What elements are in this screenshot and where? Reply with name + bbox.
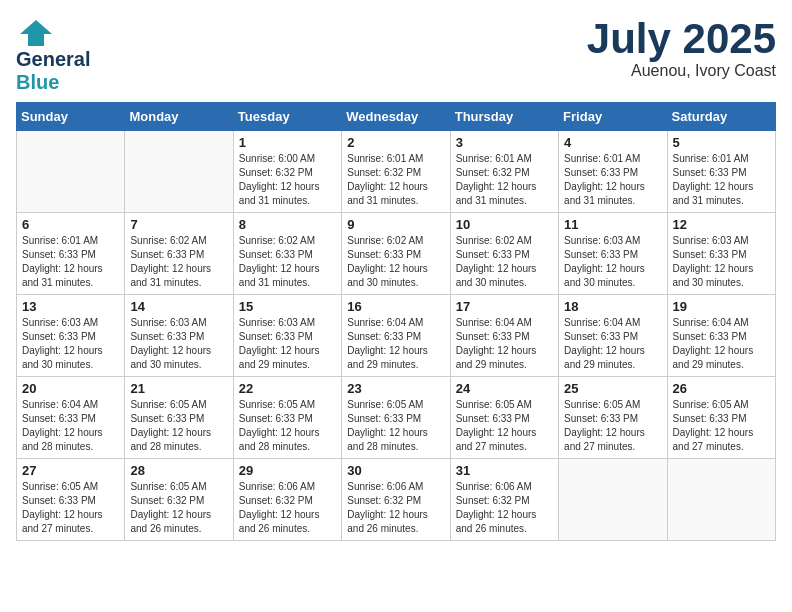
day-number: 3	[456, 135, 553, 150]
day-number: 14	[130, 299, 227, 314]
day-number: 22	[239, 381, 336, 396]
calendar-cell: 28Sunrise: 6:05 AM Sunset: 6:32 PM Dayli…	[125, 459, 233, 541]
calendar-table: SundayMondayTuesdayWednesdayThursdayFrid…	[16, 102, 776, 541]
day-number: 2	[347, 135, 444, 150]
calendar-cell: 27Sunrise: 6:05 AM Sunset: 6:33 PM Dayli…	[17, 459, 125, 541]
day-number: 8	[239, 217, 336, 232]
day-info: Sunrise: 6:06 AM Sunset: 6:32 PM Dayligh…	[239, 480, 336, 536]
day-number: 4	[564, 135, 661, 150]
day-info: Sunrise: 6:04 AM Sunset: 6:33 PM Dayligh…	[456, 316, 553, 372]
day-number: 29	[239, 463, 336, 478]
day-info: Sunrise: 6:03 AM Sunset: 6:33 PM Dayligh…	[130, 316, 227, 372]
calendar-cell: 11Sunrise: 6:03 AM Sunset: 6:33 PM Dayli…	[559, 213, 667, 295]
weekday-header-sunday: Sunday	[17, 103, 125, 131]
calendar-cell: 18Sunrise: 6:04 AM Sunset: 6:33 PM Dayli…	[559, 295, 667, 377]
logo-general: General	[16, 48, 90, 71]
calendar-cell: 13Sunrise: 6:03 AM Sunset: 6:33 PM Dayli…	[17, 295, 125, 377]
calendar-cell	[125, 131, 233, 213]
day-number: 17	[456, 299, 553, 314]
weekday-header-tuesday: Tuesday	[233, 103, 341, 131]
day-number: 15	[239, 299, 336, 314]
day-info: Sunrise: 6:05 AM Sunset: 6:33 PM Dayligh…	[130, 398, 227, 454]
day-number: 30	[347, 463, 444, 478]
calendar-cell: 5Sunrise: 6:01 AM Sunset: 6:33 PM Daylig…	[667, 131, 775, 213]
day-number: 20	[22, 381, 119, 396]
day-info: Sunrise: 6:05 AM Sunset: 6:32 PM Dayligh…	[130, 480, 227, 536]
day-info: Sunrise: 6:06 AM Sunset: 6:32 PM Dayligh…	[347, 480, 444, 536]
calendar-cell: 25Sunrise: 6:05 AM Sunset: 6:33 PM Dayli…	[559, 377, 667, 459]
day-info: Sunrise: 6:02 AM Sunset: 6:33 PM Dayligh…	[347, 234, 444, 290]
day-info: Sunrise: 6:02 AM Sunset: 6:33 PM Dayligh…	[239, 234, 336, 290]
calendar-cell: 4Sunrise: 6:01 AM Sunset: 6:33 PM Daylig…	[559, 131, 667, 213]
calendar-cell: 2Sunrise: 6:01 AM Sunset: 6:32 PM Daylig…	[342, 131, 450, 213]
day-info: Sunrise: 6:05 AM Sunset: 6:33 PM Dayligh…	[347, 398, 444, 454]
day-number: 19	[673, 299, 770, 314]
day-info: Sunrise: 6:01 AM Sunset: 6:33 PM Dayligh…	[564, 152, 661, 208]
day-number: 24	[456, 381, 553, 396]
day-info: Sunrise: 6:01 AM Sunset: 6:33 PM Dayligh…	[673, 152, 770, 208]
weekday-header-friday: Friday	[559, 103, 667, 131]
day-number: 11	[564, 217, 661, 232]
calendar-cell: 6Sunrise: 6:01 AM Sunset: 6:33 PM Daylig…	[17, 213, 125, 295]
day-number: 31	[456, 463, 553, 478]
day-number: 6	[22, 217, 119, 232]
calendar-cell: 26Sunrise: 6:05 AM Sunset: 6:33 PM Dayli…	[667, 377, 775, 459]
day-info: Sunrise: 6:05 AM Sunset: 6:33 PM Dayligh…	[564, 398, 661, 454]
day-number: 13	[22, 299, 119, 314]
weekday-header-saturday: Saturday	[667, 103, 775, 131]
calendar-cell: 21Sunrise: 6:05 AM Sunset: 6:33 PM Dayli…	[125, 377, 233, 459]
day-number: 26	[673, 381, 770, 396]
calendar-cell: 20Sunrise: 6:04 AM Sunset: 6:33 PM Dayli…	[17, 377, 125, 459]
weekday-header-wednesday: Wednesday	[342, 103, 450, 131]
week-row-5: 27Sunrise: 6:05 AM Sunset: 6:33 PM Dayli…	[17, 459, 776, 541]
day-info: Sunrise: 6:00 AM Sunset: 6:32 PM Dayligh…	[239, 152, 336, 208]
calendar-cell: 19Sunrise: 6:04 AM Sunset: 6:33 PM Dayli…	[667, 295, 775, 377]
day-number: 10	[456, 217, 553, 232]
day-number: 5	[673, 135, 770, 150]
day-info: Sunrise: 6:03 AM Sunset: 6:33 PM Dayligh…	[564, 234, 661, 290]
day-number: 21	[130, 381, 227, 396]
logo: General Blue	[16, 16, 90, 94]
week-row-1: 1Sunrise: 6:00 AM Sunset: 6:32 PM Daylig…	[17, 131, 776, 213]
day-info: Sunrise: 6:02 AM Sunset: 6:33 PM Dayligh…	[456, 234, 553, 290]
calendar-cell: 10Sunrise: 6:02 AM Sunset: 6:33 PM Dayli…	[450, 213, 558, 295]
page-header: General Blue July 2025 Auenou, Ivory Coa…	[16, 16, 776, 94]
day-info: Sunrise: 6:02 AM Sunset: 6:33 PM Dayligh…	[130, 234, 227, 290]
calendar-cell: 23Sunrise: 6:05 AM Sunset: 6:33 PM Dayli…	[342, 377, 450, 459]
title-block: July 2025 Auenou, Ivory Coast	[587, 16, 776, 80]
calendar-cell: 15Sunrise: 6:03 AM Sunset: 6:33 PM Dayli…	[233, 295, 341, 377]
week-row-3: 13Sunrise: 6:03 AM Sunset: 6:33 PM Dayli…	[17, 295, 776, 377]
calendar-cell	[667, 459, 775, 541]
day-info: Sunrise: 6:04 AM Sunset: 6:33 PM Dayligh…	[347, 316, 444, 372]
location: Auenou, Ivory Coast	[587, 62, 776, 80]
day-info: Sunrise: 6:01 AM Sunset: 6:33 PM Dayligh…	[22, 234, 119, 290]
day-number: 12	[673, 217, 770, 232]
day-number: 16	[347, 299, 444, 314]
day-number: 23	[347, 381, 444, 396]
day-info: Sunrise: 6:05 AM Sunset: 6:33 PM Dayligh…	[673, 398, 770, 454]
week-row-4: 20Sunrise: 6:04 AM Sunset: 6:33 PM Dayli…	[17, 377, 776, 459]
calendar-cell: 8Sunrise: 6:02 AM Sunset: 6:33 PM Daylig…	[233, 213, 341, 295]
day-number: 28	[130, 463, 227, 478]
day-info: Sunrise: 6:01 AM Sunset: 6:32 PM Dayligh…	[347, 152, 444, 208]
calendar-cell: 3Sunrise: 6:01 AM Sunset: 6:32 PM Daylig…	[450, 131, 558, 213]
week-row-2: 6Sunrise: 6:01 AM Sunset: 6:33 PM Daylig…	[17, 213, 776, 295]
calendar-cell: 22Sunrise: 6:05 AM Sunset: 6:33 PM Dayli…	[233, 377, 341, 459]
month-title: July 2025	[587, 16, 776, 62]
day-info: Sunrise: 6:05 AM Sunset: 6:33 PM Dayligh…	[22, 480, 119, 536]
day-number: 7	[130, 217, 227, 232]
calendar-cell: 17Sunrise: 6:04 AM Sunset: 6:33 PM Dayli…	[450, 295, 558, 377]
day-info: Sunrise: 6:05 AM Sunset: 6:33 PM Dayligh…	[456, 398, 553, 454]
day-number: 1	[239, 135, 336, 150]
day-info: Sunrise: 6:03 AM Sunset: 6:33 PM Dayligh…	[673, 234, 770, 290]
day-info: Sunrise: 6:04 AM Sunset: 6:33 PM Dayligh…	[22, 398, 119, 454]
day-info: Sunrise: 6:01 AM Sunset: 6:32 PM Dayligh…	[456, 152, 553, 208]
svg-marker-0	[20, 20, 52, 46]
calendar-cell: 30Sunrise: 6:06 AM Sunset: 6:32 PM Dayli…	[342, 459, 450, 541]
day-number: 25	[564, 381, 661, 396]
day-number: 9	[347, 217, 444, 232]
calendar-cell: 7Sunrise: 6:02 AM Sunset: 6:33 PM Daylig…	[125, 213, 233, 295]
day-info: Sunrise: 6:05 AM Sunset: 6:33 PM Dayligh…	[239, 398, 336, 454]
day-info: Sunrise: 6:04 AM Sunset: 6:33 PM Dayligh…	[564, 316, 661, 372]
calendar-cell: 31Sunrise: 6:06 AM Sunset: 6:32 PM Dayli…	[450, 459, 558, 541]
